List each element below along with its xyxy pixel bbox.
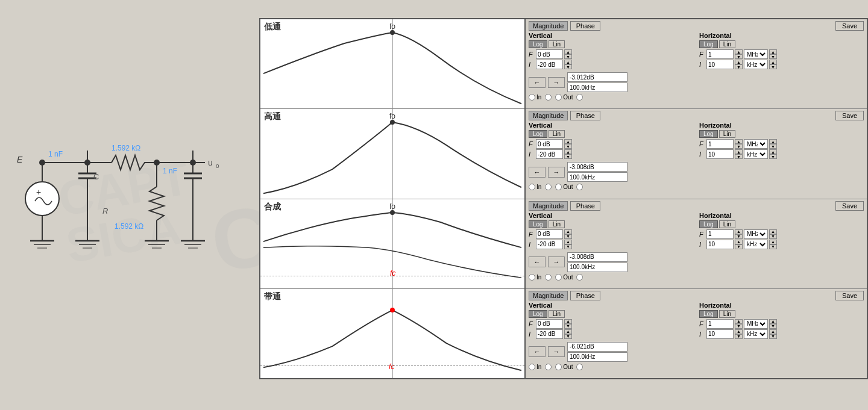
save-btn-3[interactable]: Save xyxy=(835,201,864,211)
in-radio-3[interactable]: In xyxy=(529,274,541,281)
left-arrow-3[interactable]: ← xyxy=(529,256,546,267)
ih-dn-1[interactable]: ▼ xyxy=(735,64,743,69)
i-vert-dn-1[interactable]: ▼ xyxy=(564,64,572,69)
iunit-up-2[interactable]: ▲ xyxy=(769,149,777,154)
i-unit-2[interactable]: kHzMHz xyxy=(744,149,768,159)
i-unit-4[interactable]: kHzMHz xyxy=(744,329,768,339)
f-unit-4[interactable]: MHzkHz xyxy=(744,319,768,329)
f-vert-up-2[interactable]: ▲ xyxy=(564,139,572,144)
save-btn-2[interactable]: Save xyxy=(835,111,864,120)
i-vert-up-1[interactable]: ▲ xyxy=(564,60,572,64)
readout1-1: -3.012dB xyxy=(567,72,627,82)
f-unit-2[interactable]: MHzkHz xyxy=(744,139,768,149)
i-vertical-input-3[interactable] xyxy=(536,240,563,249)
vert-lin-btn-3[interactable]: Lin xyxy=(549,220,565,228)
svg-text:u: u xyxy=(208,158,213,167)
in-radio-4[interactable]: In xyxy=(529,364,541,370)
ih-dn-2[interactable]: ▼ xyxy=(735,154,743,159)
vert-lin-btn-1[interactable]: Lin xyxy=(549,40,565,48)
i-vertical-input-1[interactable] xyxy=(536,60,563,69)
out-radio-1[interactable]: Out xyxy=(555,94,573,101)
horiz-lin-btn-1[interactable]: Lin xyxy=(719,40,735,48)
f-unit-1[interactable]: MHzkHz xyxy=(744,49,768,59)
magnitude-btn-3[interactable]: Magnitude xyxy=(529,201,568,211)
f-vert-dn-2[interactable]: ▼ xyxy=(564,144,572,149)
radio2-1[interactable] xyxy=(545,94,552,101)
magnitude-btn-1[interactable]: Magnitude xyxy=(529,21,568,31)
in-radio-2[interactable]: In xyxy=(529,184,541,190)
i-unit-1[interactable]: kHzMHz xyxy=(744,60,768,69)
f-vertical-input-4[interactable] xyxy=(536,319,563,329)
right-arrow-4[interactable]: → xyxy=(548,346,565,357)
horiz-log-btn-1[interactable]: Log xyxy=(699,40,718,48)
in-radio-1[interactable]: In xyxy=(529,94,541,101)
svg-point-50 xyxy=(390,308,395,312)
plot-combined: 合成 fo fc xyxy=(260,199,524,289)
fh-dn-2[interactable]: ▼ xyxy=(735,144,743,149)
f-horiz-input-2[interactable] xyxy=(706,139,734,149)
f-horiz-input-1[interactable] xyxy=(706,49,734,59)
phase-btn-3[interactable]: Phase xyxy=(570,201,600,211)
phase-btn-2[interactable]: Phase xyxy=(570,111,600,120)
horiz-log-btn-3[interactable]: Log xyxy=(699,220,718,228)
horiz-lin-btn-2[interactable]: Lin xyxy=(719,130,735,138)
right-arrow-3[interactable]: → xyxy=(548,256,565,267)
left-arrow-1[interactable]: ← xyxy=(529,77,546,88)
left-arrow-4[interactable]: ← xyxy=(529,346,546,357)
left-arrow-2[interactable]: ← xyxy=(529,167,546,178)
radio4-1[interactable] xyxy=(576,94,583,101)
horiz-log-btn-2[interactable]: Log xyxy=(699,130,718,138)
horiz-lin-btn-4[interactable]: Lin xyxy=(719,310,735,318)
iunit-up-1[interactable]: ▲ xyxy=(769,60,777,64)
i-vertical-input-4[interactable] xyxy=(536,329,563,339)
f-horiz-input-4[interactable] xyxy=(706,319,734,329)
phase-btn-1[interactable]: Phase xyxy=(570,21,600,31)
iunit-dn-2[interactable]: ▼ xyxy=(769,154,777,159)
i-vert-dn-2[interactable]: ▼ xyxy=(564,154,572,159)
i-vertical-input-2[interactable] xyxy=(536,149,563,159)
i-vert-up-2[interactable]: ▲ xyxy=(564,149,572,154)
vert-log-btn-4[interactable]: Log xyxy=(529,310,547,318)
out-radio-2[interactable]: Out xyxy=(555,184,573,190)
iunit-dn-1[interactable]: ▼ xyxy=(769,64,777,69)
vert-log-btn-3[interactable]: Log xyxy=(529,220,547,228)
save-btn-1[interactable]: Save xyxy=(835,21,864,31)
i-horiz-input-2[interactable] xyxy=(706,149,734,159)
i-unit-3[interactable]: kHzMHz xyxy=(744,240,768,249)
save-btn-4[interactable]: Save xyxy=(835,291,864,300)
funit-dn-2[interactable]: ▼ xyxy=(769,144,777,149)
out-radio-3[interactable]: Out xyxy=(555,274,573,281)
i-horiz-input-3[interactable] xyxy=(706,240,734,249)
fh-dn-1[interactable]: ▼ xyxy=(735,54,743,59)
controls-area: Magnitude Phase Save Vertical Log Lin F xyxy=(526,19,867,378)
funit-dn-1[interactable]: ▼ xyxy=(769,54,777,59)
vert-lin-btn-2[interactable]: Lin xyxy=(549,130,565,138)
out-radio-4[interactable]: Out xyxy=(555,364,573,370)
f-unit-3[interactable]: MHzkHz xyxy=(744,229,768,239)
phase-btn-4[interactable]: Phase xyxy=(570,291,600,300)
horiz-lin-btn-3[interactable]: Lin xyxy=(719,220,735,228)
magnitude-btn-2[interactable]: Magnitude xyxy=(529,111,568,120)
fh-up-2[interactable]: ▲ xyxy=(735,139,743,144)
vert-log-btn-2[interactable]: Log xyxy=(529,130,547,138)
magnitude-btn-4[interactable]: Magnitude xyxy=(529,291,568,300)
right-arrow-2[interactable]: → xyxy=(548,167,565,178)
f-vert-dn-1[interactable]: ▼ xyxy=(564,54,572,59)
horiz-log-btn-4[interactable]: Log xyxy=(699,310,718,318)
f-vertical-input-2[interactable] xyxy=(536,139,563,149)
funit-up-1[interactable]: ▲ xyxy=(769,49,777,54)
ih-up-1[interactable]: ▲ xyxy=(735,60,743,64)
f-horiz-input-3[interactable] xyxy=(706,229,734,239)
i-horiz-input-4[interactable] xyxy=(706,329,734,339)
f-vertical-input-1[interactable] xyxy=(536,49,563,59)
f-vert-up-1[interactable]: ▲ xyxy=(564,49,572,54)
vert-log-btn-1[interactable]: Log xyxy=(529,40,547,48)
funit-up-2[interactable]: ▲ xyxy=(769,139,777,144)
right-arrow-1[interactable]: → xyxy=(548,77,565,88)
vert-lin-btn-4[interactable]: Lin xyxy=(549,310,565,318)
readout2-1: 100.0kHz xyxy=(567,82,627,92)
fh-up-1[interactable]: ▲ xyxy=(735,49,743,54)
ih-up-2[interactable]: ▲ xyxy=(735,149,743,154)
f-vertical-input-3[interactable] xyxy=(536,229,563,239)
i-horiz-input-1[interactable] xyxy=(706,60,734,69)
